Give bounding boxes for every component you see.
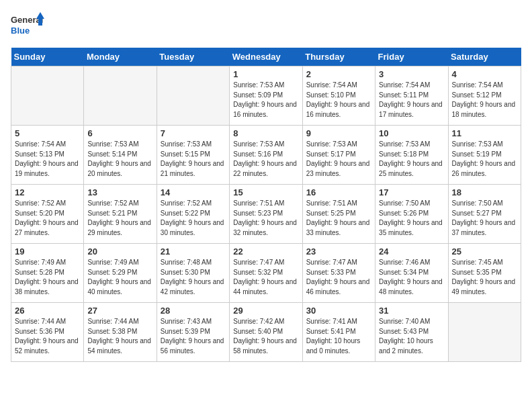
day-header-tuesday: Tuesday xyxy=(157,48,229,66)
day-info: Sunrise: 7:54 AMSunset: 5:11 PMDaylight:… xyxy=(379,81,444,120)
calendar-cell: 12Sunrise: 7:52 AMSunset: 5:20 PMDayligh… xyxy=(11,185,84,244)
calendar-cell: 17Sunrise: 7:50 AMSunset: 5:26 PMDayligh… xyxy=(375,185,448,244)
day-info: Sunrise: 7:43 AMSunset: 5:39 PMDaylight:… xyxy=(161,317,226,356)
day-header-saturday: Saturday xyxy=(448,48,521,66)
calendar-cell: 4Sunrise: 7:54 AMSunset: 5:12 PMDaylight… xyxy=(448,66,521,126)
day-number: 16 xyxy=(306,187,371,197)
calendar-cell xyxy=(84,66,157,126)
week-row-2: 5Sunrise: 7:54 AMSunset: 5:13 PMDaylight… xyxy=(11,126,521,185)
day-info: Sunrise: 7:49 AMSunset: 5:28 PMDaylight:… xyxy=(15,258,80,297)
day-header-wednesday: Wednesday xyxy=(230,48,302,66)
calendar-cell: 30Sunrise: 7:41 AMSunset: 5:41 PMDayligh… xyxy=(302,303,375,362)
week-row-3: 12Sunrise: 7:52 AMSunset: 5:20 PMDayligh… xyxy=(11,185,521,244)
calendar-cell: 15Sunrise: 7:51 AMSunset: 5:23 PMDayligh… xyxy=(230,185,302,244)
day-info: Sunrise: 7:53 AMSunset: 5:19 PMDaylight:… xyxy=(452,140,517,179)
day-info: Sunrise: 7:54 AMSunset: 5:12 PMDaylight:… xyxy=(452,81,517,120)
day-info: Sunrise: 7:52 AMSunset: 5:20 PMDaylight:… xyxy=(15,199,80,238)
day-number: 26 xyxy=(15,306,80,316)
day-info: Sunrise: 7:47 AMSunset: 5:33 PMDaylight:… xyxy=(306,258,371,297)
day-info: Sunrise: 7:42 AMSunset: 5:40 PMDaylight:… xyxy=(233,317,298,356)
day-info: Sunrise: 7:53 AMSunset: 5:17 PMDaylight:… xyxy=(306,140,371,179)
day-info: Sunrise: 7:45 AMSunset: 5:35 PMDaylight:… xyxy=(452,258,517,297)
day-info: Sunrise: 7:50 AMSunset: 5:27 PMDaylight:… xyxy=(452,199,517,238)
calendar-cell: 23Sunrise: 7:47 AMSunset: 5:33 PMDayligh… xyxy=(302,244,375,303)
calendar-cell: 1Sunrise: 7:53 AMSunset: 5:09 PMDaylight… xyxy=(230,66,302,126)
day-number: 18 xyxy=(452,187,517,197)
day-number: 15 xyxy=(233,187,298,197)
calendar-cell: 9Sunrise: 7:53 AMSunset: 5:17 PMDaylight… xyxy=(302,126,375,185)
calendar-cell: 6Sunrise: 7:53 AMSunset: 5:14 PMDaylight… xyxy=(84,126,157,185)
calendar-cell: 26Sunrise: 7:44 AMSunset: 5:36 PMDayligh… xyxy=(11,303,84,362)
week-row-1: 1Sunrise: 7:53 AMSunset: 5:09 PMDaylight… xyxy=(11,66,521,126)
day-number: 14 xyxy=(161,187,226,197)
day-info: Sunrise: 7:53 AMSunset: 5:14 PMDaylight:… xyxy=(87,140,152,179)
calendar-cell xyxy=(448,303,521,362)
day-number: 17 xyxy=(379,187,444,197)
day-number: 19 xyxy=(15,246,80,257)
day-number: 9 xyxy=(306,128,371,138)
day-info: Sunrise: 7:53 AMSunset: 5:09 PMDaylight:… xyxy=(233,81,298,120)
day-header-thursday: Thursday xyxy=(302,48,375,66)
calendar-cell: 7Sunrise: 7:53 AMSunset: 5:15 PMDaylight… xyxy=(157,126,229,185)
calendar-cell: 20Sunrise: 7:49 AMSunset: 5:29 PMDayligh… xyxy=(84,244,157,303)
week-row-5: 26Sunrise: 7:44 AMSunset: 5:36 PMDayligh… xyxy=(11,303,521,362)
day-info: Sunrise: 7:53 AMSunset: 5:18 PMDaylight:… xyxy=(379,140,444,179)
day-info: Sunrise: 7:52 AMSunset: 5:21 PMDaylight:… xyxy=(87,199,152,238)
day-number: 28 xyxy=(161,306,226,316)
calendar-cell: 24Sunrise: 7:46 AMSunset: 5:34 PMDayligh… xyxy=(375,244,448,303)
day-info: Sunrise: 7:53 AMSunset: 5:15 PMDaylight:… xyxy=(161,140,226,179)
day-info: Sunrise: 7:44 AMSunset: 5:36 PMDaylight:… xyxy=(15,317,80,356)
calendar-cell: 29Sunrise: 7:42 AMSunset: 5:40 PMDayligh… xyxy=(230,303,302,362)
day-info: Sunrise: 7:40 AMSunset: 5:43 PMDaylight:… xyxy=(379,317,444,356)
day-info: Sunrise: 7:41 AMSunset: 5:41 PMDaylight:… xyxy=(306,317,371,356)
calendar-cell: 28Sunrise: 7:43 AMSunset: 5:39 PMDayligh… xyxy=(157,303,229,362)
calendar-cell: 5Sunrise: 7:54 AMSunset: 5:13 PMDaylight… xyxy=(11,126,84,185)
day-number: 1 xyxy=(233,69,298,79)
header: General Blue xyxy=(11,11,521,41)
day-number: 29 xyxy=(233,306,298,316)
svg-text:Blue: Blue xyxy=(11,26,30,36)
day-info: Sunrise: 7:46 AMSunset: 5:34 PMDaylight:… xyxy=(379,258,444,297)
calendar-cell: 18Sunrise: 7:50 AMSunset: 5:27 PMDayligh… xyxy=(448,185,521,244)
day-header-monday: Monday xyxy=(84,48,157,66)
logo-svg: General Blue xyxy=(11,11,44,41)
calendar-cell: 25Sunrise: 7:45 AMSunset: 5:35 PMDayligh… xyxy=(448,244,521,303)
day-info: Sunrise: 7:53 AMSunset: 5:16 PMDaylight:… xyxy=(233,140,298,179)
day-info: Sunrise: 7:49 AMSunset: 5:29 PMDaylight:… xyxy=(87,258,152,297)
day-number: 23 xyxy=(306,246,371,257)
calendar-cell: 2Sunrise: 7:54 AMSunset: 5:10 PMDaylight… xyxy=(302,66,375,126)
day-number: 24 xyxy=(379,246,444,257)
calendar-table: SundayMondayTuesdayWednesdayThursdayFrid… xyxy=(11,48,521,362)
day-number: 8 xyxy=(233,128,298,138)
day-number: 5 xyxy=(15,128,80,138)
day-number: 6 xyxy=(87,128,152,138)
day-info: Sunrise: 7:51 AMSunset: 5:25 PMDaylight:… xyxy=(306,199,371,238)
calendar-cell: 8Sunrise: 7:53 AMSunset: 5:16 PMDaylight… xyxy=(230,126,302,185)
calendar-cell xyxy=(157,66,229,126)
day-info: Sunrise: 7:51 AMSunset: 5:23 PMDaylight:… xyxy=(233,199,298,238)
day-number: 21 xyxy=(161,246,226,257)
calendar-cell: 16Sunrise: 7:51 AMSunset: 5:25 PMDayligh… xyxy=(302,185,375,244)
day-info: Sunrise: 7:48 AMSunset: 5:30 PMDaylight:… xyxy=(161,258,226,297)
calendar-cell: 10Sunrise: 7:53 AMSunset: 5:18 PMDayligh… xyxy=(375,126,448,185)
day-number: 3 xyxy=(379,69,444,79)
calendar-cell: 11Sunrise: 7:53 AMSunset: 5:19 PMDayligh… xyxy=(448,126,521,185)
day-header-sunday: Sunday xyxy=(11,48,84,66)
calendar-cell: 31Sunrise: 7:40 AMSunset: 5:43 PMDayligh… xyxy=(375,303,448,362)
day-header-row: SundayMondayTuesdayWednesdayThursdayFrid… xyxy=(11,48,521,66)
day-number: 12 xyxy=(15,187,80,197)
day-number: 22 xyxy=(233,246,298,257)
day-number: 10 xyxy=(379,128,444,138)
calendar-cell: 14Sunrise: 7:52 AMSunset: 5:22 PMDayligh… xyxy=(157,185,229,244)
calendar-cell xyxy=(11,66,84,126)
day-info: Sunrise: 7:52 AMSunset: 5:22 PMDaylight:… xyxy=(161,199,226,238)
calendar-cell: 13Sunrise: 7:52 AMSunset: 5:21 PMDayligh… xyxy=(84,185,157,244)
day-info: Sunrise: 7:44 AMSunset: 5:38 PMDaylight:… xyxy=(87,317,152,356)
week-row-4: 19Sunrise: 7:49 AMSunset: 5:28 PMDayligh… xyxy=(11,244,521,303)
day-number: 25 xyxy=(452,246,517,257)
day-info: Sunrise: 7:54 AMSunset: 5:13 PMDaylight:… xyxy=(15,140,80,179)
day-number: 30 xyxy=(306,306,371,316)
day-info: Sunrise: 7:54 AMSunset: 5:10 PMDaylight:… xyxy=(306,81,371,120)
day-number: 2 xyxy=(306,69,371,79)
calendar-cell: 3Sunrise: 7:54 AMSunset: 5:11 PMDaylight… xyxy=(375,66,448,126)
